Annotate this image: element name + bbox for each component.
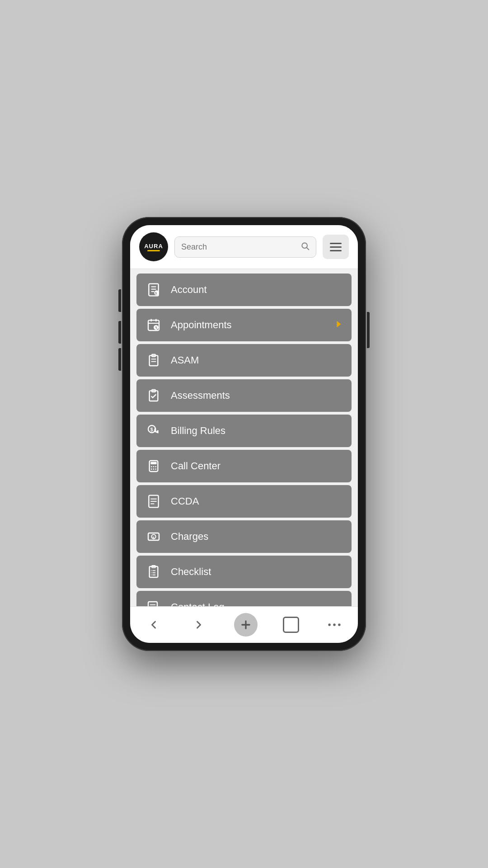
menu-item-label-contact-log: Contact Log <box>171 601 225 606</box>
menu-item-label-call-center: Call Center <box>171 460 221 472</box>
menu-item-call-center[interactable]: Call Center <box>136 450 352 482</box>
menu-item-ccda[interactable]: CCDA <box>136 485 352 518</box>
search-icon <box>300 241 310 253</box>
svg-rect-45 <box>148 602 157 606</box>
add-button[interactable] <box>234 613 258 637</box>
more-button[interactable] <box>324 619 344 631</box>
menu-item-checklist[interactable]: Checklist <box>136 556 352 588</box>
svg-text:$: $ <box>152 536 155 540</box>
svg-point-26 <box>155 466 156 467</box>
billing-rules-icon: $ <box>145 422 163 440</box>
svg-point-25 <box>153 466 155 467</box>
menu-item-charges[interactable]: $Charges <box>136 520 352 553</box>
menu-item-label-charges: Charges <box>171 531 208 542</box>
menu-line-2 <box>330 246 342 248</box>
logo-text: AURA <box>144 243 163 250</box>
svg-point-24 <box>151 466 152 467</box>
menu-item-billing-rules[interactable]: $Billing Rules <box>136 415 352 447</box>
menu-line-1 <box>330 243 342 244</box>
menu-item-arrow-appointments <box>333 319 343 331</box>
menu-item-label-appointments: Appointments <box>171 319 232 331</box>
assessments-icon <box>145 387 163 405</box>
svg-rect-23 <box>150 462 156 464</box>
menu-item-label-account: Account <box>171 284 207 296</box>
bottom-nav <box>130 606 358 643</box>
app-logo: AURA <box>139 232 168 261</box>
menu-item-asam[interactable]: ASAM <box>136 344 352 377</box>
phone-screen: AURA $AccountAppointments <box>130 225 358 643</box>
menu-item-account[interactable]: $Account <box>136 274 352 306</box>
svg-point-62 <box>328 623 330 626</box>
menu-item-label-asam: ASAM <box>171 354 199 366</box>
menu-item-label-ccda: CCDA <box>171 495 199 507</box>
svg-point-28 <box>153 468 155 470</box>
menu-item-assessments[interactable]: Assessments <box>136 379 352 412</box>
svg-point-63 <box>333 623 335 626</box>
svg-line-1 <box>307 247 309 250</box>
search-bar[interactable] <box>174 236 316 258</box>
forward-button[interactable] <box>189 615 209 635</box>
header: AURA <box>130 225 358 269</box>
menu-item-label-assessments: Assessments <box>171 390 230 401</box>
phone-frame: AURA $AccountAppointments <box>122 217 366 651</box>
call-center-icon <box>145 457 163 475</box>
account-icon: $ <box>145 281 163 299</box>
asam-icon <box>145 351 163 369</box>
back-button[interactable] <box>144 615 164 635</box>
menu-line-3 <box>330 250 342 251</box>
logo-underline <box>147 250 160 251</box>
svg-point-64 <box>338 623 340 626</box>
menu-button[interactable] <box>323 235 349 259</box>
square-button[interactable] <box>283 617 299 633</box>
svg-text:$: $ <box>150 427 153 432</box>
menu-list: $AccountAppointmentsASAMAssessments$Bill… <box>130 269 358 606</box>
search-input[interactable] <box>181 242 297 252</box>
appointments-icon <box>145 316 163 334</box>
svg-point-29 <box>155 468 156 470</box>
menu-item-contact-log[interactable]: Contact Log <box>136 591 352 606</box>
svg-point-27 <box>151 468 152 470</box>
svg-text:$: $ <box>155 292 157 295</box>
charges-icon: $ <box>145 528 163 546</box>
contact-log-icon <box>145 598 163 606</box>
svg-marker-13 <box>337 321 341 327</box>
menu-item-appointments[interactable]: Appointments <box>136 309 352 341</box>
menu-item-label-checklist: Checklist <box>171 566 211 578</box>
ccda-icon <box>145 492 163 510</box>
checklist-icon <box>145 563 163 581</box>
menu-item-label-billing-rules: Billing Rules <box>171 425 225 437</box>
